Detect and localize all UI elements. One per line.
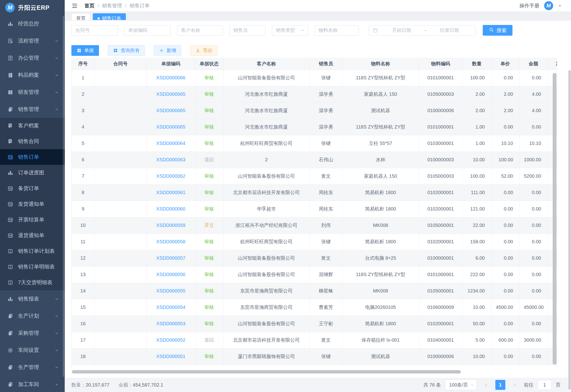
amount-cell: 0.00 xyxy=(519,250,547,266)
sidebar-item-process-mgmt[interactable]: 流程管理 xyxy=(0,32,65,49)
chevron-down-icon xyxy=(55,365,59,370)
doc-code-link[interactable]: XSDD000058 xyxy=(147,234,195,250)
horizontal-scrollbar-thumb[interactable] xyxy=(72,370,461,374)
sidebar-item-stock-order[interactable]: 备货订单 xyxy=(0,181,65,196)
query-all-button[interactable]: 查询所有 xyxy=(108,45,145,56)
customer-name-input[interactable] xyxy=(177,25,223,36)
total-quantity: 数量： 20,157,677 xyxy=(71,382,109,388)
doc-code-link[interactable]: XSDD000065 xyxy=(147,119,195,135)
row-index: 5 xyxy=(72,135,94,152)
sidebar-item-processing-workshop[interactable]: 加工车间 xyxy=(0,376,65,392)
row-index: 1 xyxy=(72,70,94,86)
sidebar-item-workshop-settings[interactable]: 车间设置 xyxy=(0,342,65,359)
sidebar-item-office-mgmt[interactable]: 办公管理 xyxy=(0,49,65,67)
sidebar-item-delivery-7day-detail[interactable]: 7天交货明细表 xyxy=(0,275,65,290)
window-vertical-scrollbar[interactable] xyxy=(568,70,571,390)
contract-no-cell xyxy=(94,332,147,348)
documents-button[interactable]: 单据 xyxy=(71,45,99,56)
sidebar-item-material-archive[interactable]: 料品档案 xyxy=(0,67,65,84)
sidebar-item-purchase-mgmt[interactable]: 采购管理 xyxy=(0,324,65,342)
doc-code-link[interactable]: XSDD000059 xyxy=(147,217,195,234)
sidebar-item-sales-contract[interactable]: 销售合同 xyxy=(0,134,65,149)
doc-code-link[interactable]: XSDD000056 xyxy=(147,266,195,283)
status-badge: 审核 xyxy=(204,272,214,277)
add-new-button[interactable]: 新增 xyxy=(154,45,181,56)
sidebar-scrollbar[interactable] xyxy=(63,16,64,377)
doc-code-link[interactable]: XSDD000052 xyxy=(147,332,195,348)
tab-home[interactable]: 首页 xyxy=(71,13,90,20)
page-size-select[interactable]: 100条/页 xyxy=(445,380,477,390)
doc-status-cell: 退回 xyxy=(195,152,223,168)
doc-code-link[interactable]: XSDD000057 xyxy=(147,250,195,266)
tab-sales-order[interactable]: 销售订单 xyxy=(93,13,126,20)
doc-code-link[interactable]: XSDD000061 xyxy=(147,184,195,201)
sidebar-item-business-overview[interactable]: 经营总控 xyxy=(0,15,65,32)
doc-code-link[interactable]: XSDD000053 xyxy=(147,316,195,332)
contract-no-input[interactable] xyxy=(71,25,118,36)
empty-cell xyxy=(223,365,310,368)
date-range-picker[interactable]: 开始日期-结束日期 xyxy=(369,25,476,36)
sidebar-item-shipping-notice[interactable]: 发货通知单 xyxy=(0,196,65,212)
sidebar-item-sales-order-plan[interactable]: 销售订单计划表 xyxy=(0,243,65,259)
user-menu-caret-icon[interactable] xyxy=(558,4,562,8)
breadcrumb-home[interactable]: 首页 xyxy=(84,2,94,9)
material-name-cell: 简易机柜 1800 xyxy=(342,234,419,250)
doc-code-link[interactable]: XSDD000066 xyxy=(147,70,195,86)
sidebar-item-sales-mgmt[interactable]: 销售管理 xyxy=(0,101,65,118)
doc-code-link[interactable]: XSDD000054 xyxy=(147,299,195,316)
current-page-button[interactable]: 1 xyxy=(495,380,505,390)
salesperson-cell: 黄文 xyxy=(310,332,342,348)
sidebar-item-order-progress[interactable]: 订单进度图 xyxy=(0,165,65,181)
prev-page-button[interactable] xyxy=(481,380,491,390)
customer-name-cell: 杭州旺旺旺商贸有限公司 xyxy=(223,234,310,250)
next-page-button[interactable] xyxy=(510,380,520,390)
doc-code-link[interactable]: XSDD000065 xyxy=(147,86,195,102)
material-name-cell: MK008 xyxy=(342,283,419,299)
doc-code-link[interactable]: XSDD000062 xyxy=(147,168,195,184)
sidebar-item-production-plan[interactable]: 生产计划 xyxy=(0,308,65,324)
doc-code-link[interactable]: XSDD000051 xyxy=(147,348,195,365)
table-header-row: 序号合同号单据编码单据状态客户名称销售员物料名称物料编码数量单价金额发货数量 xyxy=(72,58,557,70)
grid4-icon xyxy=(113,48,118,53)
unit-price-cell: 4500.00 xyxy=(491,299,519,316)
row-index: 12 xyxy=(72,250,94,266)
table-row: 6XSDD000063退回2石伟山水杯010000000310.00100.00… xyxy=(72,152,557,168)
operation-manual-link[interactable]: 操作手册 xyxy=(519,2,539,9)
unit-price-cell: 52.00 xyxy=(491,168,519,184)
contract-no-cell xyxy=(94,184,147,201)
doc-code-link[interactable]: XSDD000064 xyxy=(147,135,195,152)
material-name-cell: 家庭机器人 150 xyxy=(342,168,419,184)
sales-type-select[interactable]: 销售类型 xyxy=(272,25,308,36)
row-index: 13 xyxy=(72,266,94,283)
salesperson-cell: 张键 xyxy=(310,135,342,152)
sidebar-item-sales-order[interactable]: 销售订单 xyxy=(0,149,65,165)
material-code-cell: 0100000001 xyxy=(419,250,463,266)
sidebar-item-rd-mgmt[interactable]: 研发管理 xyxy=(0,84,65,101)
material-name-input[interactable] xyxy=(315,25,359,36)
breadcrumb-sales-mgmt[interactable]: 销售管理 xyxy=(102,2,122,9)
export-button[interactable]: 导出 xyxy=(190,45,218,56)
sidebar-item-customer-archive[interactable]: 客户档案 xyxy=(0,118,65,134)
table-vertical-scrollbar[interactable] xyxy=(553,73,556,365)
search-button[interactable]: 搜索 xyxy=(483,25,512,36)
doc-code-link[interactable]: XSDD000055 xyxy=(147,283,195,299)
sidebar-item-production-mgmt[interactable]: 生产管理 xyxy=(0,359,65,376)
sidebar-item-label: 经营总控 xyxy=(18,20,59,27)
pagination-total: 共 76 条 xyxy=(423,382,441,388)
doc-code-input[interactable] xyxy=(124,25,171,36)
doc-code-link[interactable]: XSDD000063 xyxy=(147,152,195,168)
material-name-cell: 测试机器 xyxy=(342,102,419,119)
material-name-cell: 118S ZY型纸杯机 ZY型 xyxy=(342,266,419,283)
goto-page-input[interactable] xyxy=(538,380,552,390)
sidebar-item-return-notice[interactable]: 退货通知单 xyxy=(0,228,65,243)
user-avatar[interactable]: M xyxy=(544,1,553,10)
salesperson-input[interactable] xyxy=(229,25,266,36)
copy-icon xyxy=(7,330,13,336)
doc-code-link[interactable]: XSDD000060 xyxy=(147,201,195,217)
sidebar-item-sales-report[interactable]: 销售报表 xyxy=(0,290,65,308)
sidebar-item-sales-order-detail[interactable]: 销售订单明细表 xyxy=(0,259,65,275)
status-badge: 审核 xyxy=(204,239,214,244)
doc-code-link[interactable]: XSDD000065 xyxy=(147,102,195,119)
sidebar-collapse-icon[interactable] xyxy=(71,3,78,9)
sidebar-item-invoice-settlement[interactable]: 开票结算单 xyxy=(0,212,65,228)
